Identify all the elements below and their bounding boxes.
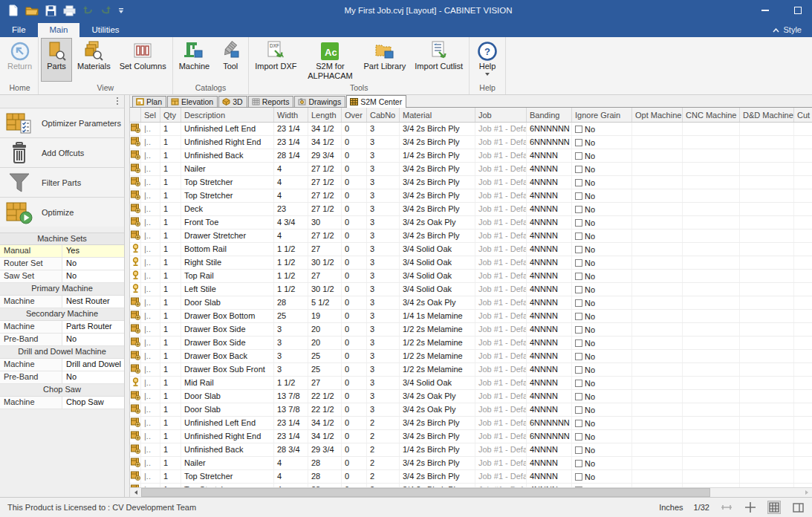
dimension-tool-icon[interactable] <box>720 501 733 514</box>
tab-plan[interactable]: Plan <box>132 96 166 107</box>
materials-button[interactable]: Materials <box>74 38 114 82</box>
cell-sel[interactable]: |.. <box>141 256 160 269</box>
optimize-button[interactable]: Optimize <box>0 197 124 227</box>
setting-value[interactable]: Yes <box>62 245 124 258</box>
cell-sel[interactable]: |.. <box>141 457 160 469</box>
tab-s2m-center[interactable]: S2M Center <box>346 95 406 108</box>
ignore-grain-checkbox[interactable] <box>575 273 582 280</box>
ignore-grain-checkbox[interactable] <box>575 366 582 374</box>
style-control[interactable]: Style <box>773 25 812 37</box>
optimizer-parameters-button[interactable]: Optimizer Parameters <box>0 108 124 137</box>
cell-sel[interactable]: |.. <box>141 336 160 349</box>
cell-sel[interactable]: |.. <box>141 363 160 376</box>
table-row[interactable]: |..1Top Stretcher428023/4 2s Birch PlyJo… <box>130 470 812 484</box>
setting-value[interactable]: Chop Saw <box>62 397 124 409</box>
tab-file[interactable]: File <box>0 23 38 37</box>
ignore-grain-checkbox[interactable] <box>575 433 582 440</box>
scroll-left-button[interactable] <box>130 488 141 497</box>
ignore-grain-checkbox[interactable] <box>575 339 582 347</box>
column-header-cut_machine[interactable]: Cut M <box>794 108 812 122</box>
cell-sel[interactable]: |.. <box>141 176 160 189</box>
tab-drawings[interactable]: Drawings <box>294 96 345 107</box>
horizontal-scrollbar[interactable] <box>130 487 812 497</box>
new-file-icon[interactable] <box>7 4 19 16</box>
column-header-opt_machine[interactable]: Opt Machine <box>632 108 683 122</box>
column-header-job[interactable]: Job <box>475 108 527 122</box>
table-row[interactable]: |..1Drawer Box Bottom2519031/4 1s Melami… <box>130 310 812 323</box>
cell-sel[interactable]: |.. <box>141 390 160 403</box>
scroll-right-button[interactable] <box>801 488 812 497</box>
sidebar-splitter[interactable] <box>125 95 130 497</box>
ignore-grain-checkbox[interactable] <box>575 313 582 320</box>
cell-sel[interactable]: |.. <box>141 323 160 336</box>
setting-value[interactable]: No <box>62 371 124 384</box>
setting-value[interactable]: Drill and Dowel <box>62 359 124 371</box>
print-icon[interactable] <box>63 5 76 16</box>
setting-value[interactable]: No <box>62 258 124 270</box>
column-header-material[interactable]: Material <box>400 108 475 122</box>
add-offcuts-button[interactable]: Add Offcuts <box>0 137 124 167</box>
return-button[interactable]: Return <box>4 38 36 82</box>
save-icon[interactable] <box>45 5 56 16</box>
ignore-grain-checkbox[interactable] <box>575 192 582 200</box>
table-row[interactable]: |..1Drawer Box Back325031/2 2s MelamineJ… <box>130 350 812 363</box>
column-header-dd_machine[interactable]: D&D Machine <box>740 108 794 122</box>
ignore-grain-checkbox[interactable] <box>575 152 582 160</box>
tab-utilities[interactable]: Utilities <box>79 23 131 37</box>
cell-sel[interactable]: |.. <box>141 350 160 362</box>
scrollbar-thumb[interactable] <box>141 488 710 497</box>
table-row[interactable]: |..1Unfinished Right End23 1/434 1/2033/… <box>130 136 812 149</box>
cell-sel[interactable]: |.. <box>141 243 160 256</box>
ignore-grain-checkbox[interactable] <box>575 219 582 227</box>
setting-value[interactable]: No <box>62 334 124 346</box>
maximize-button[interactable] <box>794 7 802 14</box>
cell-sel[interactable]: |.. <box>141 230 160 242</box>
ignore-grain-checkbox[interactable] <box>575 233 582 240</box>
column-header-cabno[interactable]: CabNo <box>367 108 400 122</box>
cell-sel[interactable]: |.. <box>141 443 160 456</box>
tab-elevation[interactable]: Elevation <box>167 96 218 107</box>
import-dxf-button[interactable]: DXF Import DXF <box>251 38 300 82</box>
cell-sel[interactable]: |.. <box>141 189 160 202</box>
column-header-icon[interactable] <box>130 108 141 122</box>
table-row[interactable]: |..1Drawer Box Sub Front325031/2 2s Mela… <box>130 363 812 377</box>
ignore-grain-checkbox[interactable] <box>575 299 582 307</box>
table-row[interactable]: |..1Top Stretcher427 1/2033/4 2s Birch P… <box>130 176 812 189</box>
table-row[interactable]: |..1Mid Rail1 1/227033/4 Solid OakJob #1… <box>130 377 812 390</box>
ignore-grain-checkbox[interactable] <box>575 259 582 267</box>
column-header-ignore_grain[interactable]: Ignore Grain <box>572 108 632 122</box>
setting-value[interactable]: Parts Router <box>62 321 124 334</box>
open-folder-icon[interactable] <box>25 5 39 16</box>
import-cutlist-button[interactable]: Import Cutlist <box>411 38 467 82</box>
table-row[interactable]: |..1Right Stile1 1/230 1/2033/4 Solid Oa… <box>130 256 812 270</box>
cell-sel[interactable]: |.. <box>141 149 160 162</box>
cell-sel[interactable]: |.. <box>141 417 160 429</box>
ignore-grain-checkbox[interactable] <box>575 420 582 427</box>
ignore-grain-checkbox[interactable] <box>575 326 582 334</box>
alphacam-button[interactable]: Ac S2M for ALPHACAM <box>302 38 358 82</box>
tab-main[interactable]: Main <box>38 23 80 37</box>
table-row[interactable]: |..1Nailer427 1/2033/4 2s Birch PlyJob #… <box>130 163 812 176</box>
column-header-qty[interactable]: Qty <box>160 108 181 122</box>
cell-sel[interactable]: |.. <box>141 283 160 296</box>
ignore-grain-checkbox[interactable] <box>575 460 582 467</box>
ignore-grain-checkbox[interactable] <box>575 246 582 253</box>
table-row[interactable]: |..1Top Rail1 1/227033/4 Solid OakJob #1… <box>130 270 812 283</box>
tab-3d[interactable]: 3D <box>218 96 247 107</box>
ignore-grain-checkbox[interactable] <box>575 126 582 133</box>
sidebar-grip[interactable] <box>0 95 124 108</box>
minimize-button[interactable] <box>761 10 769 11</box>
column-header-sel[interactable]: Sel <box>141 108 160 122</box>
table-row[interactable]: |..1Unfinished Right End23 1/434 1/2023/… <box>130 430 812 443</box>
table-row[interactable]: |..1Left Stile1 1/230 1/2033/4 Solid Oak… <box>130 283 812 296</box>
column-header-width[interactable]: Width <box>274 108 308 122</box>
ignore-grain-checkbox[interactable] <box>575 406 582 414</box>
ignore-grain-checkbox[interactable] <box>575 286 582 293</box>
table-row[interactable]: |..1Front Toe4 3/430033/4 2s Oak PlyJob … <box>130 216 812 230</box>
ignore-grain-checkbox[interactable] <box>575 353 582 360</box>
customize-caret-icon[interactable] <box>118 7 124 14</box>
setting-value[interactable]: No <box>62 270 124 283</box>
cell-sel[interactable]: |.. <box>141 163 160 175</box>
parts-button[interactable]: Parts <box>41 38 72 82</box>
ignore-grain-checkbox[interactable] <box>575 166 582 173</box>
